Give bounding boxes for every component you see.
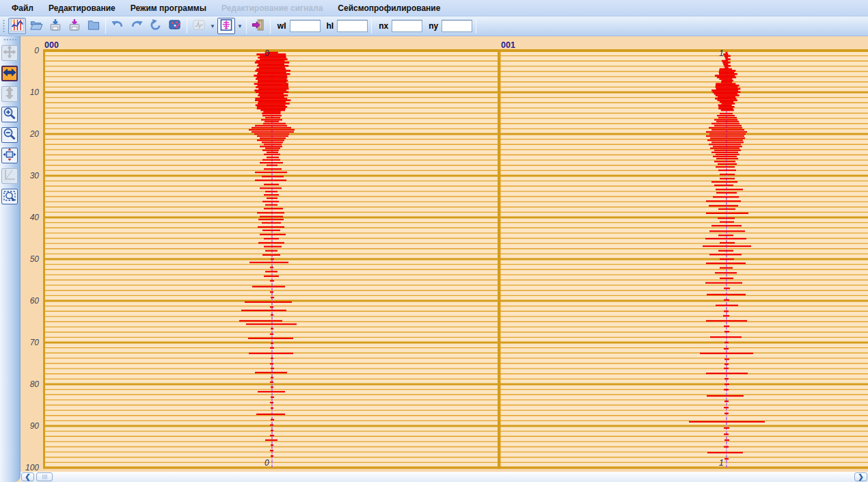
trace-bar	[724, 401, 729, 402]
side-toolbar-grip[interactable]	[3, 38, 17, 41]
trace-solid-sample	[722, 60, 728, 62]
hI-field[interactable]	[337, 20, 368, 32]
pan-icon	[3, 45, 16, 62]
trace-solid-sample	[255, 98, 287, 100]
trace-bar	[706, 320, 747, 321]
zoom-in-button[interactable]	[1, 107, 18, 122]
undo-icon	[111, 18, 124, 34]
disk-export-icon	[68, 18, 81, 34]
seismic-plot-area[interactable]: 01020304050607080901000000000111	[21, 36, 868, 472]
wI-field[interactable]	[290, 20, 321, 32]
v-scale-button[interactable]	[1, 86, 18, 102]
scrollbar-thumb[interactable]	[36, 472, 53, 481]
trace-bar	[706, 213, 748, 214]
trace-bar	[724, 378, 729, 379]
menu-item-2[interactable]: Редактирование	[41, 1, 123, 15]
trace-solid-sample	[257, 77, 288, 79]
nx-field[interactable]	[392, 20, 422, 32]
trace-solid-sample	[256, 60, 285, 62]
trace-bar	[262, 176, 284, 177]
depth-tick-label: 0	[34, 46, 39, 55]
toolbar-separator	[476, 18, 476, 34]
trace-bar	[720, 242, 735, 243]
trace-bar	[709, 127, 742, 129]
trace-solid-sample	[711, 90, 738, 92]
trace-bar	[709, 144, 741, 145]
menu-item-1[interactable]: Файл	[4, 1, 41, 15]
v-arrow-icon	[3, 86, 16, 103]
dropdown-caret-icon[interactable]: ▼	[210, 23, 215, 29]
zoom-region-button[interactable]	[1, 189, 18, 204]
ny-field[interactable]	[442, 20, 472, 32]
trace-solid-sample	[722, 62, 730, 64]
seismic-traces-button[interactable]	[8, 18, 26, 34]
trace-number-label-top: 0	[265, 49, 269, 58]
trace-bar	[255, 372, 287, 373]
trace-bar	[714, 125, 742, 126]
trace-solid-sample	[715, 98, 736, 100]
undo-button[interactable]	[109, 18, 126, 34]
trace-bar	[262, 115, 282, 116]
trace-display-button[interactable]	[217, 18, 235, 34]
trace-bar	[716, 154, 740, 155]
trace-bar	[716, 192, 737, 193]
reset-button[interactable]	[147, 18, 165, 34]
fit-view-button[interactable]	[1, 148, 18, 163]
h-scale-button[interactable]	[1, 66, 18, 81]
trace-bar	[718, 117, 737, 118]
wI-field-label: wI	[277, 21, 286, 31]
open-file-button[interactable]	[27, 18, 45, 34]
trace-bar	[714, 185, 733, 186]
trace-solid-sample	[720, 68, 732, 70]
seismic-profiling-app-window: ФайлРедактированиеРежим программыРедакти…	[0, 0, 868, 482]
trace-bar	[709, 205, 738, 206]
trace-bar	[713, 146, 742, 147]
toolbar-grip[interactable]	[2, 18, 5, 34]
depth-tick-label: 60	[30, 296, 40, 306]
signal-view-button[interactable]	[190, 18, 208, 34]
save-import-button[interactable]	[46, 18, 64, 34]
folder-button[interactable]	[85, 18, 103, 34]
scroll-left-button[interactable]: ❮	[21, 472, 34, 481]
exit-door-icon	[252, 18, 265, 34]
trace-bar	[724, 407, 729, 408]
trace-bar	[255, 125, 287, 126]
pan-button[interactable]	[1, 45, 18, 61]
menu-item-5[interactable]: Сейсмопрофилирование	[330, 1, 448, 15]
exit-button[interactable]	[249, 18, 267, 34]
trace-bar	[239, 320, 282, 321]
trace-solid-sample	[256, 53, 286, 55]
seismic-traces-canvas[interactable]: 01020304050607080901000000000111	[21, 36, 868, 472]
trace-bar	[252, 286, 285, 287]
trace-solid-sample	[258, 94, 288, 96]
trace-bar	[710, 148, 740, 149]
trace-bar	[718, 235, 733, 236]
trace-solid-sample	[721, 109, 734, 111]
nx-field-label: nx	[379, 21, 388, 31]
trace-bar	[271, 397, 274, 398]
trace-bar	[249, 129, 295, 131]
slope-tool-button[interactable]	[1, 168, 18, 184]
scroll-right-button[interactable]: ❯	[854, 472, 867, 481]
trace-bar	[703, 245, 751, 247]
menu-item-3[interactable]: Режим программы	[123, 1, 214, 15]
dropdown-caret-icon[interactable]: ▼	[237, 23, 243, 29]
trace-bar	[249, 353, 293, 354]
horizontal-scrollbar: ❮ ❯	[21, 472, 868, 482]
trace-bar	[709, 254, 742, 255]
trace-bar	[271, 419, 274, 420]
trace-bar	[707, 294, 746, 295]
redo-button[interactable]	[128, 18, 146, 34]
trace-bar	[710, 336, 742, 338]
zoom-out-button[interactable]	[1, 127, 18, 143]
trace-bar	[713, 156, 737, 157]
toolbar-separator	[187, 18, 187, 34]
trace-bar	[724, 310, 729, 312]
trace-bar	[711, 142, 744, 143]
trace-bar	[706, 135, 744, 137]
save-export-button[interactable]	[66, 18, 83, 34]
menu-item-4[interactable]: Редактирование сигнала	[214, 1, 330, 15]
trace-solid-sample	[713, 91, 741, 93]
edit-picks-button[interactable]	[166, 18, 184, 34]
zoom-out-icon	[3, 127, 16, 144]
